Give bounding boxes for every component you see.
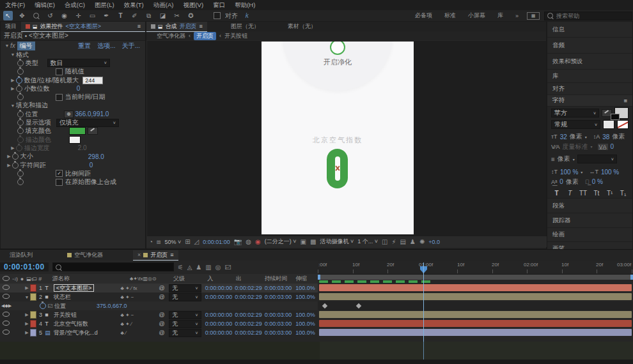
format-group-row[interactable]: ▼格式 bbox=[1, 50, 145, 59]
faux-bold-button[interactable]: T bbox=[551, 190, 562, 197]
stopwatch-icon[interactable] bbox=[12, 153, 19, 160]
tracking-value[interactable]: 0 bbox=[90, 162, 93, 169]
effect-name[interactable]: 编号 bbox=[17, 42, 35, 50]
position-property-value[interactable]: 375.0,667.0 bbox=[97, 303, 127, 309]
layer-out[interactable]: 0:00:02:29 bbox=[235, 330, 265, 336]
layer-out[interactable]: 0:00:02:29 bbox=[235, 312, 265, 318]
layer-name[interactable]: 开关按钮 bbox=[54, 311, 121, 319]
parent-column[interactable]: 父级 bbox=[173, 275, 207, 283]
tab-project[interactable]: 项目 bbox=[1, 22, 21, 31]
position-crosshair-icon[interactable]: ⊕ bbox=[64, 110, 74, 118]
horizontal-scale-value[interactable]: 100 % bbox=[601, 169, 619, 176]
zoom-tool-icon[interactable] bbox=[31, 11, 41, 20]
layer-name[interactable]: 状态栏 bbox=[54, 293, 121, 301]
out-column[interactable]: 出 bbox=[236, 275, 265, 283]
stopwatch-icon[interactable] bbox=[16, 86, 22, 92]
keyframe-icon[interactable] bbox=[356, 303, 361, 308]
current-timecode[interactable]: 0:00:01:00 bbox=[0, 262, 49, 271]
panel-effects-presets[interactable]: 效果和预设 bbox=[547, 54, 632, 70]
pen-tool-icon[interactable]: ✒ bbox=[102, 11, 111, 20]
vertical-scale-value[interactable]: 100 % bbox=[560, 169, 578, 176]
tracking-expand-triangle[interactable]: ▶ bbox=[6, 163, 12, 168]
layer-stretch[interactable]: 100.0% bbox=[295, 285, 318, 291]
font-family-dropdown[interactable]: 苹方˅ bbox=[551, 109, 599, 118]
layer-stretch[interactable]: 100.0% bbox=[295, 294, 318, 300]
value-editbox[interactable]: 244 bbox=[82, 77, 103, 84]
layer-switches[interactable]: ♣ ✦ − bbox=[120, 294, 159, 300]
layer-bar-1[interactable] bbox=[319, 284, 632, 291]
eye-icon[interactable] bbox=[3, 285, 10, 290]
crumb-active-comp[interactable]: 开启页 bbox=[194, 32, 216, 40]
shared-view-icon[interactable]: 𝑘 bbox=[242, 11, 252, 20]
menu-animation[interactable]: 动画(A) bbox=[153, 1, 174, 10]
eyedropper-icon[interactable] bbox=[88, 127, 98, 135]
timeline-button-icon[interactable]: ▤ bbox=[400, 238, 406, 245]
in-column[interactable]: 入 bbox=[207, 275, 236, 283]
layer-out[interactable]: 0:00:02:29 bbox=[235, 285, 265, 291]
font-size-value[interactable]: 32 bbox=[560, 133, 567, 140]
work-area-end-handle[interactable] bbox=[630, 275, 633, 280]
stroke-style-dropdown[interactable]: ˅ bbox=[577, 155, 617, 163]
parent-pickwhip-icon[interactable]: @ bbox=[159, 294, 169, 300]
layer-row-3[interactable]: ▶ 3 ■ 开关按钮 ♣ ✦ − @ 无˅ 0:00:00:00 0:00:02… bbox=[0, 310, 318, 319]
layer-bar-3[interactable] bbox=[319, 311, 632, 318]
superscript-button[interactable]: T¹ bbox=[604, 190, 615, 197]
expand-triangle[interactable]: ▶ bbox=[24, 330, 30, 335]
expand-triangle[interactable]: ▶ bbox=[24, 312, 30, 317]
rotate-tool-icon[interactable]: ↺ bbox=[45, 11, 55, 20]
puppet-pin-tool-icon[interactable]: ✪ bbox=[186, 11, 196, 20]
always-preview-icon[interactable]: ◔ bbox=[149, 238, 153, 245]
tab-effect-controls[interactable]: ⬓ 效果控件 <空文本图层> ≡ bbox=[21, 22, 145, 32]
workspace-essentials[interactable]: 必备项 bbox=[411, 11, 436, 20]
expand-triangle[interactable]: ▼ bbox=[24, 295, 30, 300]
tab-footage[interactable]: 素材（无） bbox=[283, 22, 321, 31]
stopwatch-icon[interactable] bbox=[17, 111, 24, 118]
stopwatch-icon[interactable] bbox=[17, 68, 24, 75]
layer-duration[interactable]: 0:00:03:00 bbox=[265, 330, 295, 336]
random-values-checkbox[interactable] bbox=[56, 68, 63, 75]
eye-icon[interactable] bbox=[3, 312, 10, 317]
value-expand-triangle[interactable]: ▶ bbox=[10, 78, 16, 83]
fill-color-swatch[interactable] bbox=[614, 107, 629, 119]
layer-in[interactable]: 0:00:00:00 bbox=[205, 312, 235, 318]
viewport[interactable]: 开启净化 北京空气指数 bbox=[147, 41, 546, 237]
expand-triangle[interactable]: ▶ bbox=[24, 321, 30, 326]
layer-row-2[interactable]: ▼ 2 ■ 状态栏 ♣ ✦ − @ 无˅ 0:00:00:00 0:00:02:… bbox=[0, 292, 318, 301]
layer-in[interactable]: 0:00:00:00 bbox=[205, 321, 235, 327]
magnification-icon[interactable]: ⧈ bbox=[157, 238, 160, 246]
work-area-start-handle[interactable] bbox=[318, 275, 320, 280]
layer-switches[interactable]: ♣ ✦ ∕ bbox=[120, 321, 159, 327]
label-color-chip[interactable] bbox=[30, 293, 36, 301]
menu-edit[interactable]: 编辑(E) bbox=[35, 1, 55, 10]
crumb-child-comp[interactable]: 开关按钮 bbox=[224, 32, 247, 40]
camera-tool-icon[interactable]: ◉ bbox=[59, 11, 69, 20]
layer-duration[interactable]: 0:00:03:00 bbox=[265, 312, 295, 318]
layer-row-4[interactable]: ▶ 4 T 北京空气指数 ♣ ✦ ∕ @ 无˅ 0:00:00:00 0:00:… bbox=[0, 319, 318, 328]
pspacing-value[interactable]: 0 % bbox=[592, 178, 603, 185]
view-layout-dropdown[interactable]: 1 个... ˅ bbox=[357, 238, 378, 246]
stretch-column[interactable]: 伸缩 bbox=[295, 275, 318, 283]
pan-behind-tool-icon[interactable]: ✛ bbox=[74, 11, 83, 20]
layer-out[interactable]: 0:00:02:29 bbox=[235, 294, 265, 300]
panel-tracker[interactable]: 跟踪器 bbox=[547, 213, 632, 228]
panel-libraries[interactable]: 库 bbox=[547, 70, 632, 83]
graph-editor-icon[interactable]: 🗠 bbox=[225, 264, 231, 271]
label-color-chip[interactable] bbox=[30, 320, 36, 328]
panel-menu-icon[interactable]: ≡ bbox=[623, 97, 627, 104]
baseline-value[interactable]: 0 bbox=[559, 178, 563, 185]
eye-icon[interactable] bbox=[3, 294, 10, 299]
menu-window[interactable]: 窗口 bbox=[213, 1, 225, 10]
size-expand-triangle[interactable]: ▶ bbox=[6, 154, 12, 159]
decimal-expand-triangle[interactable]: ▶ bbox=[10, 86, 16, 91]
roi-icon[interactable]: ▣ bbox=[301, 238, 306, 245]
keyframe-icon[interactable] bbox=[322, 303, 327, 308]
timeline-search-input[interactable] bbox=[63, 263, 130, 271]
stroke-color-swatch[interactable] bbox=[611, 114, 620, 120]
layer-stretch[interactable]: 100.0% bbox=[295, 321, 318, 327]
subscript-button[interactable]: T₁ bbox=[618, 190, 629, 197]
leading-value[interactable]: 38 bbox=[602, 133, 609, 140]
breadcrumb-comp[interactable]: 开启页 bbox=[4, 31, 23, 40]
stopwatch-icon[interactable] bbox=[16, 77, 22, 84]
layer-duration[interactable]: 0:00:03:00 bbox=[265, 285, 295, 291]
help-search[interactable] bbox=[544, 11, 632, 20]
